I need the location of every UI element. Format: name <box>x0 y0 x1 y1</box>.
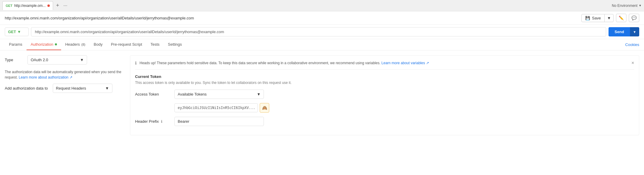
access-token-label: Access Token <box>135 92 171 96</box>
tab-pre-request-label: Pre-request Script <box>111 42 142 47</box>
edit-icon-button[interactable]: ✏️ <box>616 14 626 22</box>
main-content: Type OAuth 2.0 ▼ The authorization data … <box>0 50 644 140</box>
tab-tests[interactable]: Tests <box>146 39 164 50</box>
request-tab-active[interactable]: GET http://example.om... <box>2 1 53 10</box>
current-token-description: This access token is only available to y… <box>135 81 634 85</box>
add-auth-label: Add authorization data to <box>5 86 48 90</box>
environment-selector[interactable]: No Environment ▼ <box>612 4 642 8</box>
add-auth-chevron-icon: ▼ <box>105 86 109 90</box>
available-tokens-select[interactable]: Available Tokens ▼ <box>174 90 264 99</box>
learn-more-auth-link[interactable]: Learn more about authorization ↗ <box>19 75 72 79</box>
url-input[interactable] <box>31 27 606 36</box>
learn-more-variables-link[interactable]: Learn more about variables ↗ <box>381 61 429 65</box>
send-button[interactable]: Send <box>609 27 630 36</box>
tab-params[interactable]: Params <box>5 39 27 50</box>
info-icon: ℹ <box>135 61 137 65</box>
left-panel: Type OAuth 2.0 ▼ The authorization data … <box>5 55 130 135</box>
authorization-active-dot <box>55 43 57 45</box>
current-token-title: Current Token <box>135 74 634 79</box>
tab-pre-request-script[interactable]: Pre-request Script <box>107 39 146 50</box>
method-chevron-icon: ▼ <box>17 30 21 34</box>
add-auth-select[interactable]: Request Headers ▼ <box>53 84 112 93</box>
method-badge: GET <box>6 4 13 7</box>
request-bar: GET ▼ Send ▼ <box>0 25 644 39</box>
header-prefix-info-icon: ℹ <box>161 119 162 124</box>
tab-settings[interactable]: Settings <box>164 39 186 50</box>
toggle-visibility-button[interactable]: 🙈 <box>260 103 269 113</box>
header-prefix-field-row: Header Prefix ℹ <box>135 117 634 126</box>
tab-headers-label: Headers <box>65 42 80 47</box>
environment-chevron-icon: ▼ <box>639 4 642 7</box>
tab-url-short: http://example.om... <box>14 4 46 8</box>
environment-label: No Environment <box>612 4 637 8</box>
save-icon: 💾 <box>585 16 590 20</box>
url-bar-row: http://example.omni.manh.com/organizatio… <box>0 11 644 25</box>
send-dropdown-arrow[interactable]: ▼ <box>630 27 639 36</box>
headers-badge: (8) <box>81 43 85 46</box>
token-value-input[interactable] <box>174 103 258 112</box>
tab-authorization-label: Authorization <box>31 42 53 47</box>
comment-icon-button[interactable]: 💬 <box>629 14 639 22</box>
send-button-group: Send ▼ <box>609 27 639 36</box>
alert-close-button[interactable]: × <box>631 60 634 66</box>
header-prefix-label: Header Prefix ℹ <box>135 119 171 124</box>
method-select[interactable]: GET ▼ <box>5 27 29 36</box>
tab-settings-label: Settings <box>168 42 182 47</box>
alert-text: Heads up! These parameters hold sensitiv… <box>140 60 634 66</box>
save-button-group: 💾 Save ▼ <box>581 14 614 22</box>
tab-unsaved-dot <box>47 4 50 7</box>
save-label: Save <box>592 16 601 20</box>
add-auth-value: Request Headers <box>56 86 86 90</box>
access-token-field-row: Access Token Available Tokens ▼ <box>135 90 634 99</box>
eye-off-icon: 🙈 <box>262 105 267 110</box>
current-token-section: Current Token This access token is only … <box>135 74 634 85</box>
save-dropdown-arrow[interactable]: ▼ <box>605 14 613 22</box>
tab-bar-right: No Environment ▼ <box>612 4 642 8</box>
add-tab-button[interactable]: + <box>54 1 61 10</box>
more-tabs-button[interactable]: ··· <box>62 2 69 10</box>
available-tokens-value: Available Tokens <box>178 92 207 96</box>
tab-authorization[interactable]: Authorization <box>27 39 61 50</box>
right-panel: ℹ Heads up! These parameters hold sensit… <box>130 55 639 135</box>
alert-row: ℹ Heads up! These parameters hold sensit… <box>135 60 634 70</box>
tabs-row: Params Authorization Headers (8) Body Pr… <box>0 39 644 50</box>
save-button[interactable]: 💾 Save <box>582 14 605 22</box>
url-bar-actions: 💾 Save ▼ ✏️ 💬 <box>581 14 639 22</box>
method-value: GET <box>8 30 16 34</box>
type-chevron-icon: ▼ <box>80 58 84 62</box>
tabs-right: Cookies <box>625 42 639 47</box>
tab-bar: GET http://example.om... + ··· No Enviro… <box>0 0 644 11</box>
auth-description: The authorization data will be automatic… <box>5 69 123 80</box>
type-label: Type <box>5 58 23 62</box>
tab-body[interactable]: Body <box>89 39 107 50</box>
type-value: OAuth 2.0 <box>31 58 48 62</box>
tab-headers[interactable]: Headers (8) <box>61 39 90 50</box>
available-tokens-chevron-icon: ▼ <box>257 92 261 96</box>
tab-params-label: Params <box>9 42 22 47</box>
header-prefix-input[interactable] <box>174 117 264 126</box>
type-row: Type OAuth 2.0 ▼ <box>5 55 123 65</box>
cookies-link[interactable]: Cookies <box>625 42 639 47</box>
add-auth-row: Add authorization data to Request Header… <box>5 84 123 93</box>
tab-body-label: Body <box>94 42 103 47</box>
url-title: http://example.omni.manh.com/organizatio… <box>5 16 194 20</box>
type-select[interactable]: OAuth 2.0 ▼ <box>27 55 87 65</box>
token-input-row: 🙈 <box>174 103 634 113</box>
tab-tests-label: Tests <box>151 42 160 47</box>
